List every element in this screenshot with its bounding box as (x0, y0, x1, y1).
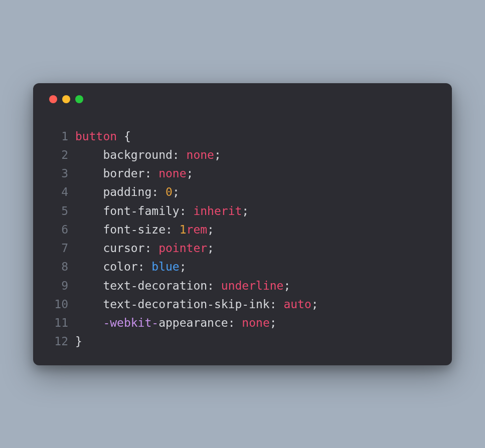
line-number: 4 (47, 183, 75, 201)
code-line-content: text-decoration: underline; (75, 277, 290, 295)
code-line: 5font-family: inherit; (47, 202, 438, 220)
code-token: : (144, 242, 158, 255)
code-token: none (242, 316, 269, 329)
line-number: 2 (47, 146, 75, 164)
line-number: 3 (47, 164, 75, 183)
code-window: 1button {2background: none;3border: none… (33, 83, 452, 365)
code-token: ; (180, 260, 187, 273)
code-line-content: cursor: pointer; (75, 239, 214, 258)
code-token: cursor (103, 242, 144, 255)
code-line: 10text-decoration-skip-ink: auto; (47, 295, 438, 314)
code-token: ; (311, 298, 318, 311)
code-line: 9text-decoration: underline; (47, 277, 438, 295)
code-token: appearance (158, 316, 228, 329)
code-token: ; (214, 148, 221, 161)
code-token: ; (242, 204, 249, 217)
minimize-icon[interactable] (62, 95, 70, 103)
code-line: 7cursor: pointer; (47, 239, 438, 258)
code-token: : (207, 279, 221, 292)
code-token: : (144, 167, 158, 180)
code-token: ; (207, 242, 214, 255)
code-line-content: font-size: 1rem; (75, 220, 214, 239)
code-token: font-family (103, 204, 179, 217)
code-token: inherit (193, 204, 242, 217)
line-number: 6 (47, 220, 75, 239)
code-line-content: border: none; (75, 164, 193, 183)
code-token: none (158, 167, 186, 180)
code-token: button (75, 130, 117, 143)
code-line: 8color: blue; (47, 258, 438, 276)
code-token: : (166, 223, 180, 236)
line-number: 12 (47, 332, 75, 351)
code-line: 1button { (47, 127, 438, 146)
code-line-content: } (75, 332, 82, 351)
code-token: } (75, 335, 82, 348)
code-line-content: -webkit-appearance: none; (75, 314, 277, 332)
code-token: : (270, 298, 284, 311)
code-token: rem (187, 223, 208, 236)
code-line: 4padding: 0; (47, 183, 438, 201)
code-line: 3border: none; (47, 164, 438, 183)
line-number: 7 (47, 239, 75, 258)
code-line-content: color: blue; (75, 258, 187, 276)
code-token: underline (221, 279, 284, 292)
code-token: auto (283, 298, 311, 311)
code-token: -webkit- (103, 316, 158, 329)
maximize-icon[interactable] (75, 95, 83, 103)
code-token: font-size (103, 223, 166, 236)
line-number: 10 (47, 295, 75, 314)
code-token: border (103, 167, 144, 180)
window-controls (49, 95, 438, 103)
code-token: ; (283, 279, 290, 292)
code-token: : (138, 260, 152, 273)
code-token: : (228, 316, 242, 329)
code-line: 12} (47, 332, 438, 351)
code-editor[interactable]: 1button {2background: none;3border: none… (47, 127, 438, 351)
line-number: 1 (47, 127, 75, 146)
code-token: blue (151, 260, 179, 273)
code-token: ; (270, 316, 277, 329)
code-token: ; (187, 167, 194, 180)
code-token: : (151, 185, 166, 198)
code-line: 2background: none; (47, 146, 438, 164)
code-token (117, 130, 124, 143)
line-number: 11 (47, 314, 75, 332)
code-token: ; (173, 185, 180, 198)
code-line: 6font-size: 1rem; (47, 220, 438, 239)
code-token: background (103, 148, 172, 161)
line-number: 5 (47, 202, 75, 220)
code-token: text-decoration (103, 279, 207, 292)
code-line-content: button { (75, 127, 131, 146)
close-icon[interactable] (49, 95, 57, 103)
code-token: text-decoration-skip-ink (103, 298, 269, 311)
code-token: { (124, 130, 131, 143)
code-token: 1 (180, 223, 187, 236)
code-token: ; (207, 223, 214, 236)
code-token: pointer (158, 242, 207, 255)
code-line-content: font-family: inherit; (75, 202, 249, 220)
code-token: : (173, 148, 187, 161)
code-token: color (103, 260, 137, 273)
code-line-content: text-decoration-skip-ink: auto; (75, 295, 318, 314)
code-token: none (187, 148, 214, 161)
code-line-content: background: none; (75, 146, 221, 164)
code-token: 0 (166, 185, 173, 198)
code-line: 11-webkit-appearance: none; (47, 314, 438, 332)
line-number: 9 (47, 277, 75, 295)
line-number: 8 (47, 258, 75, 276)
code-line-content: padding: 0; (75, 183, 180, 201)
code-token: : (180, 204, 194, 217)
code-token: padding (103, 185, 151, 198)
